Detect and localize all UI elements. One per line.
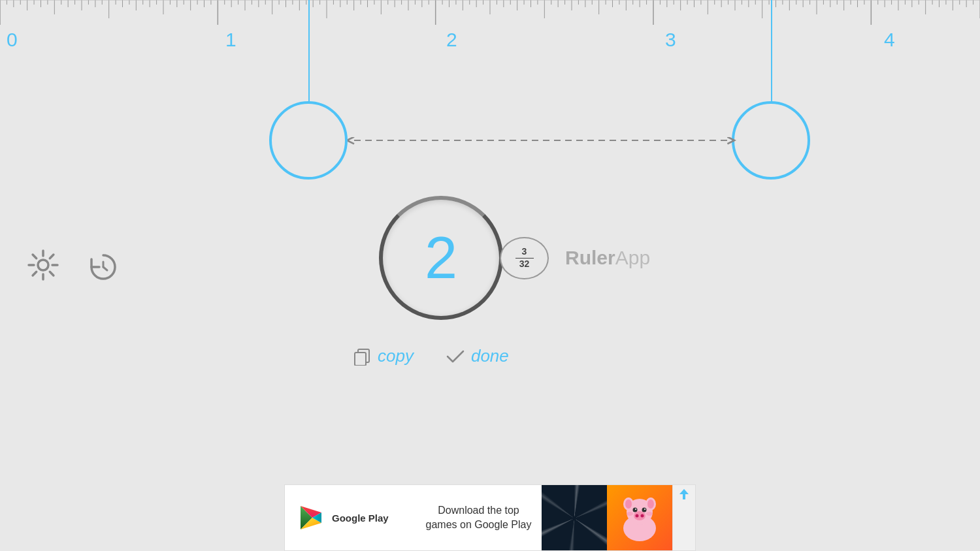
history-icon[interactable] [86, 250, 120, 291]
google-play-text: Google Play [332, 512, 389, 524]
svg-line-152 [33, 255, 37, 259]
ruler-number-2: 2 [446, 29, 457, 51]
svg-line-155 [33, 272, 37, 276]
svg-line-154 [50, 255, 54, 259]
ad-game-image-2 [607, 485, 672, 551]
measurement-display: 2 3 32 RulerApp [379, 196, 650, 320]
google-play-logo [298, 505, 324, 531]
pig-character [617, 492, 662, 544]
ruler-number-3: 3 [665, 29, 676, 51]
svg-point-168 [625, 499, 632, 509]
app-name-part1: Ruler [565, 247, 615, 268]
svg-rect-159 [355, 353, 366, 366]
ad-google-play-section: Google Play [285, 505, 416, 531]
svg-marker-179 [679, 489, 689, 499]
copy-button[interactable]: copy [353, 346, 414, 366]
ad-info-icon [678, 488, 691, 501]
ad-banner[interactable]: Google Play Download the top games on Go… [284, 484, 696, 551]
fraction-denominator: 32 [519, 259, 530, 269]
svg-point-176 [641, 514, 644, 518]
svg-point-169 [647, 499, 654, 509]
svg-point-177 [627, 512, 633, 516]
app-name-label: RulerApp [565, 247, 650, 269]
svg-line-157 [103, 267, 107, 270]
done-button[interactable]: done [446, 346, 509, 366]
main-measurement-circle: 2 [379, 196, 503, 320]
svg-point-171 [642, 508, 647, 512]
svg-point-170 [633, 508, 638, 512]
ruler-number-0: 0 [7, 29, 18, 51]
ad-game-image-1 [542, 485, 607, 551]
right-handle[interactable] [732, 101, 810, 180]
copy-label: copy [378, 346, 414, 366]
svg-line-153 [50, 272, 54, 276]
copy-icon [353, 347, 371, 366]
left-handle[interactable] [269, 101, 348, 180]
svg-point-172 [635, 509, 636, 510]
fraction-value: 3 32 [515, 247, 534, 269]
done-label: done [471, 346, 509, 366]
game1-visual [542, 485, 607, 551]
settings-icon[interactable] [26, 248, 60, 289]
fraction-numerator: 3 [522, 247, 527, 257]
ad-images [542, 485, 672, 550]
ad-close-button[interactable] [672, 484, 695, 551]
check-icon [446, 349, 465, 364]
svg-point-175 [636, 514, 639, 518]
fraction-circle: 3 32 [500, 237, 549, 279]
action-buttons: copy done [353, 346, 509, 366]
right-handle-line [771, 0, 772, 101]
measurement-arrow [348, 134, 736, 147]
ruler-number-1: 1 [225, 29, 237, 51]
svg-point-147 [38, 260, 48, 270]
ad-text: Download the top games on Google Play [416, 503, 542, 533]
svg-point-173 [644, 509, 645, 510]
ruler-ticks-svg [0, 0, 980, 33]
svg-point-178 [646, 512, 653, 516]
app-name-part2: App [615, 247, 650, 268]
main-measurement-value: 2 [425, 228, 457, 287]
ruler-number-4: 4 [884, 29, 895, 51]
left-handle-line [308, 0, 310, 101]
